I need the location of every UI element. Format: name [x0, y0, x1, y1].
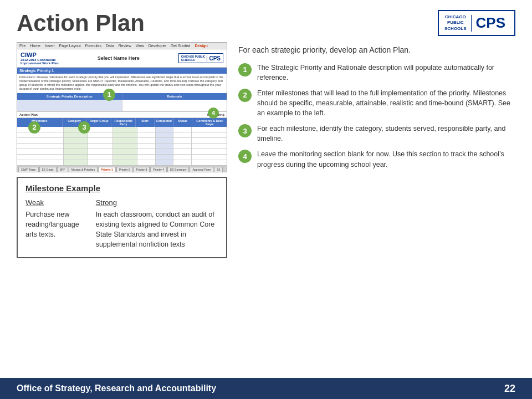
- callout-4: 4: [208, 108, 219, 119]
- cell-complete: [156, 144, 174, 149]
- cell-next: [192, 138, 227, 143]
- cell-responsible: [113, 144, 137, 149]
- col-next: Comments & Next Steps: [192, 118, 227, 127]
- tab-priority-3[interactable]: Priority 3: [134, 167, 150, 172]
- ciwp-logo: CIWP 2012-2014 Continuous Improvement Wo…: [21, 52, 59, 65]
- cell-category: [64, 155, 88, 160]
- table-row: [17, 127, 227, 132]
- ribbon-home[interactable]: Home: [30, 44, 40, 48]
- strong-text: In each classroom, conduct an audit of e…: [96, 209, 218, 250]
- col-responsible: Responsible Party: [111, 118, 136, 127]
- cell-milestones: [17, 160, 64, 165]
- ribbon-pagelayout[interactable]: Page Layout: [59, 44, 80, 48]
- sp-desc-header: Strategic Priority Description Rationale: [17, 93, 227, 100]
- cell-target: [88, 160, 112, 165]
- excel-simulation: File Home Insert Page Layout Formulas Da…: [17, 42, 227, 172]
- instructions-area: For each strategic priority, develop an …: [238, 42, 515, 258]
- ribbon-review[interactable]: Review: [119, 44, 131, 48]
- sp-desc-rationale-row: Strategic Priority Description Rationale…: [17, 93, 227, 100]
- instruction-item-2: 2 Enter milestones that will lead to the…: [238, 88, 515, 118]
- cell-target: [88, 149, 112, 154]
- ribbon-view[interactable]: View: [136, 44, 144, 48]
- col-start: Start: [136, 118, 154, 127]
- ribbon-design[interactable]: Design: [195, 44, 208, 48]
- ribbon-data[interactable]: Data: [106, 44, 114, 48]
- cell-next: [192, 155, 227, 160]
- tab-srf[interactable]: SRF: [57, 167, 68, 172]
- milestones-header-wrapper: Milestones Category Target Group Respons…: [17, 118, 227, 127]
- tab-priority-2[interactable]: Priority 2: [116, 167, 133, 172]
- ribbon-insert[interactable]: Insert: [45, 44, 55, 48]
- instruction-text-3: For each milestone, identify the categor…: [257, 124, 515, 144]
- excel-tabs: CIWP Team ES Goals SRF Mission & Priorit…: [17, 166, 227, 172]
- ribbon-developer[interactable]: Developer: [149, 44, 166, 48]
- cell-milestones: [17, 138, 64, 143]
- tab-mission-priorities[interactable]: Mission & Priorities: [69, 167, 98, 172]
- footer: Office of Strategy, Research and Account…: [0, 378, 532, 399]
- tab-priority-1[interactable]: Priority 1: [98, 167, 116, 172]
- tab-es-goals[interactable]: ES Goals: [39, 167, 57, 172]
- cps-abbreviation: CPS: [476, 14, 505, 32]
- col-complete: Completed: [155, 118, 174, 127]
- cell-complete: [156, 127, 174, 132]
- page-title: Action Plan: [17, 10, 145, 37]
- tab-s2[interactable]: S2: [214, 167, 223, 172]
- cell-responsible: [113, 155, 137, 160]
- ciwp-logo-right: CHICAGO PUBLIC SCHOOLS CPS: [178, 53, 223, 63]
- cell-next: [192, 149, 227, 154]
- cell-start: [137, 127, 156, 132]
- action-plan-header: Action Plan Monitoring 4: [17, 111, 227, 118]
- cell-start: [137, 132, 156, 137]
- sp-desc-content: [17, 100, 122, 111]
- header: Action Plan CHICAGO PUBLIC SCHOOLS CPS: [0, 0, 532, 42]
- cell-complete: [156, 132, 174, 137]
- table-row: [17, 132, 227, 138]
- table-row: [17, 138, 227, 144]
- cell-status: [173, 155, 192, 160]
- cell-milestones: [17, 155, 64, 160]
- col-target: Target Group: [87, 118, 111, 127]
- cell-milestones: [17, 149, 64, 154]
- tab-es-summary[interactable]: ES Summary: [167, 167, 189, 172]
- rationale-cell: Rationale: [122, 93, 227, 100]
- cell-target: [88, 127, 112, 132]
- instructions-row: Instructions: Develop milestones for eac…: [17, 74, 227, 93]
- cell-status: [173, 138, 192, 143]
- cell-start: [137, 138, 156, 143]
- sp-content-row: [17, 100, 227, 111]
- callout-3: 3: [78, 121, 90, 134]
- cell-target: [88, 155, 112, 160]
- ribbon-getstarted[interactable]: Get Started: [171, 44, 191, 48]
- cell-responsible: [113, 160, 137, 165]
- tab-priority-4[interactable]: Priority 4: [150, 167, 167, 172]
- ribbon-file[interactable]: File: [19, 44, 25, 48]
- instruction-number-4: 4: [238, 150, 252, 163]
- tab-approval-form[interactable]: Approval Form: [190, 167, 213, 172]
- ribbon-formulas[interactable]: Formulas: [85, 44, 101, 48]
- strong-heading: Strong: [96, 198, 218, 207]
- cell-responsible: [113, 149, 137, 154]
- milestone-columns: Weak Purchase new reading/language arts …: [25, 198, 218, 250]
- milestone-box-title: Milestone Example: [25, 183, 218, 193]
- cell-complete: [156, 160, 174, 165]
- cell-responsible: [113, 138, 137, 143]
- cell-status: [173, 144, 192, 149]
- cell-complete: [156, 149, 174, 154]
- tab-ciwp-team[interactable]: CIWP Team: [18, 167, 39, 172]
- footer-text: Office of Strategy, Research and Account…: [17, 383, 216, 393]
- table-row: [17, 144, 227, 149]
- cell-start: [137, 149, 156, 154]
- cell-milestones: [17, 132, 64, 137]
- cell-status: [173, 160, 192, 165]
- cell-next: [192, 144, 227, 149]
- instruction-text-1: The Strategic Priority and Rationale des…: [257, 63, 515, 83]
- milestone-example-box: Milestone Example Weak Purchase new read…: [17, 177, 227, 259]
- instruction-text-2: Enter milestones that will lead to the f…: [257, 88, 515, 118]
- ciwp-title-center: Select Name Here: [98, 55, 140, 61]
- instruction-text-4: Leave the monitoring section blank for n…: [257, 149, 515, 169]
- cell-target: [88, 144, 112, 149]
- cell-responsible: [113, 127, 137, 132]
- screenshot-area: File Home Insert Page Layout Formulas Da…: [17, 42, 227, 258]
- cell-category: [64, 160, 88, 165]
- cell-target: [88, 132, 112, 137]
